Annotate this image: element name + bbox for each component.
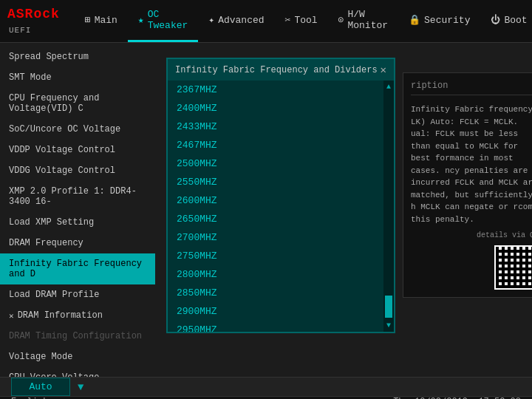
list-item-11[interactable]: 2850MHZ: [168, 284, 383, 302]
sidebar-label-9: Infinity Fabric Frequency and D: [9, 259, 146, 279]
sidebar-label-1: SMT Mode: [9, 72, 52, 83]
nav-item-tool[interactable]: ✂Tool: [275, 0, 328, 42]
sidebar-item-9[interactable]: Infinity Fabric Frequency and D: [0, 253, 155, 284]
dialog-scrollbar[interactable]: ▲ ▼: [383, 81, 394, 332]
list-item-3[interactable]: 2467MHZ: [168, 136, 383, 154]
sidebar-label-2: CPU Frequency and Voltage(VID) C: [9, 93, 146, 114]
list-item-6[interactable]: 2600MHZ: [168, 191, 383, 210]
dialog-titlebar: Infinity Fabric Frequency and Dividers ✕: [168, 59, 394, 81]
list-item-4[interactable]: 2500MHZ: [168, 154, 383, 173]
nav-item-advanced[interactable]: ✦Advanced: [198, 0, 274, 42]
sidebar-item-0[interactable]: Spread Spectrum: [0, 47, 155, 67]
scrollbar-up-arrow[interactable]: ▲: [386, 81, 391, 93]
dialog-title: Infinity Fabric Frequency and Dividers: [175, 65, 378, 75]
sidebar-item-7[interactable]: Load XMP Setting: [0, 212, 155, 233]
scrollbar-down-arrow[interactable]: ▼: [386, 319, 391, 332]
nav-item-oc-tweaker[interactable]: ★OC Tweaker: [128, 0, 198, 42]
nav-label-main: Main: [95, 15, 117, 26]
sidebar-label-5: VDDG Voltage Control: [9, 166, 115, 176]
sidebar-label-3: SoC/Uncore OC Voltage: [9, 124, 120, 134]
sidebar-item-1[interactable]: SMT Mode: [0, 67, 155, 88]
list-item-10[interactable]: 2800MHZ: [168, 265, 383, 284]
main-content: Spread SpectrumSMT ModeCPU Frequency and…: [0, 43, 532, 377]
list-item-13[interactable]: 2950MHZ: [168, 321, 383, 332]
dialog: Infinity Fabric Frequency and Dividers ✕…: [166, 58, 395, 333]
sidebar-item-13[interactable]: Voltage Mode: [0, 347, 155, 367]
nav-label-oc-tweaker: OC Tweaker: [148, 9, 188, 31]
sidebar-item-10[interactable]: Load DRAM Profile: [0, 284, 155, 305]
nav-item-main[interactable]: ⊞Main: [75, 0, 128, 42]
nav-icon-boot: ⏻: [491, 15, 500, 26]
sidebar-item-4[interactable]: VDDP Voltage Control: [0, 140, 155, 160]
sidebar: Spread SpectrumSMT ModeCPU Frequency and…: [0, 43, 155, 377]
statusbar: English Thu 10/03/2019, 17:52:08: [0, 396, 532, 399]
value-display[interactable]: Auto: [11, 378, 70, 396]
sidebar-label-0: Spread Spectrum: [9, 52, 89, 62]
sidebar-item-14[interactable]: CPU Vcore Voltage: [0, 367, 155, 377]
dialog-list-container: 2367MHZ2400MHZ2433MHZ2467MHZ2500MHZ2550M…: [168, 81, 394, 332]
dialog-close-button[interactable]: ✕: [381, 64, 386, 76]
center-panel: Infinity Fabric Frequency and Dividers ✕…: [155, 43, 532, 377]
value-arrow[interactable]: ▼: [78, 381, 83, 393]
sidebar-label-12: DRAM Timing Configuration: [9, 331, 142, 341]
list-item-12[interactable]: 2900MHZ: [168, 302, 383, 321]
nav-label-advanced: Advanced: [218, 15, 264, 26]
scrollbar-track[interactable]: [385, 95, 392, 318]
list-item-7[interactable]: 2650MHZ: [168, 210, 383, 228]
nav-label-security: Security: [424, 15, 470, 26]
sidebar-item-8[interactable]: DRAM Frequency: [0, 233, 155, 253]
sidebar-item-6[interactable]: XMP 2.0 Profile 1: DDR4-3400 16-: [0, 181, 155, 212]
description-text: Infinity Fabric frequency LK) Auto: FCLK…: [411, 103, 532, 225]
qr-code: [494, 245, 532, 290]
qr-pattern: [496, 247, 532, 288]
nav-icon-oc-tweaker: ★: [138, 14, 144, 26]
sidebar-item-3[interactable]: SoC/Uncore OC Voltage: [0, 119, 155, 140]
logo-uefi: UEFI: [9, 26, 31, 35]
nav-icon-hw-monitor: ⊙: [338, 14, 344, 26]
sidebar-label-8: DRAM Frequency: [9, 238, 83, 248]
navigation: ⊞Main★OC Tweaker✦Advanced✂Tool⊙H/W Monit…: [75, 0, 532, 42]
value-bar: Auto ▼: [0, 377, 532, 396]
list-item-1[interactable]: 2400MHZ: [168, 99, 383, 117]
header: ASRock UEFI ⊞Main★OC Tweaker✦Advanced✂To…: [0, 0, 532, 43]
nav-label-hw-monitor: H/W Monitor: [347, 9, 388, 31]
scrollbar-thumb[interactable]: [385, 296, 392, 318]
nav-icon-tool: ✂: [285, 14, 291, 26]
nav-item-security[interactable]: 🔒Security: [398, 0, 480, 42]
sidebar-label-11: DRAM Information: [18, 310, 103, 321]
sidebar-label-6: XMP 2.0 Profile 1: DDR4-3400 16-: [9, 186, 146, 207]
sidebar-icon-11: ✕: [9, 311, 14, 321]
qr-footer: details via QR: [411, 231, 532, 239]
nav-icon-security: 🔒: [409, 14, 420, 26]
logo: ASRock UEFI: [7, 7, 60, 36]
nav-item-hw-monitor[interactable]: ⊙H/W Monitor: [328, 0, 398, 42]
dialog-list: 2367MHZ2400MHZ2433MHZ2467MHZ2500MHZ2550M…: [168, 81, 383, 332]
list-item-0[interactable]: 2367MHZ: [168, 81, 383, 99]
nav-item-boot[interactable]: ⏻Boot: [480, 0, 532, 42]
sidebar-item-5[interactable]: VDDG Voltage Control: [0, 160, 155, 181]
description-panel: ription Infinity Fabric frequency LK) Au…: [403, 72, 532, 298]
nav-icon-advanced: ✦: [208, 14, 214, 26]
sidebar-label-13: Voltage Mode: [9, 352, 72, 362]
sidebar-label-4: VDDP Voltage Control: [9, 145, 115, 155]
list-item-8[interactable]: 2700MHZ: [168, 228, 383, 247]
description-title: ription: [411, 81, 532, 95]
list-item-9[interactable]: 2750MHZ: [168, 247, 383, 265]
sidebar-item-12: DRAM Timing Configuration: [0, 326, 155, 347]
nav-icon-main: ⊞: [85, 14, 91, 26]
sidebar-item-11[interactable]: ✕DRAM Information: [0, 305, 155, 326]
nav-label-boot: Boot: [504, 15, 527, 26]
logo-text: ASRock: [7, 7, 60, 21]
list-item-5[interactable]: 2550MHZ: [168, 173, 383, 191]
nav-label-tool: Tool: [294, 15, 317, 26]
sidebar-label-10: Load DRAM Profile: [9, 290, 99, 300]
sidebar-item-2[interactable]: CPU Frequency and Voltage(VID) C: [0, 88, 155, 119]
sidebar-label-7: Load XMP Setting: [9, 217, 94, 228]
list-item-2[interactable]: 2433MHZ: [168, 117, 383, 136]
